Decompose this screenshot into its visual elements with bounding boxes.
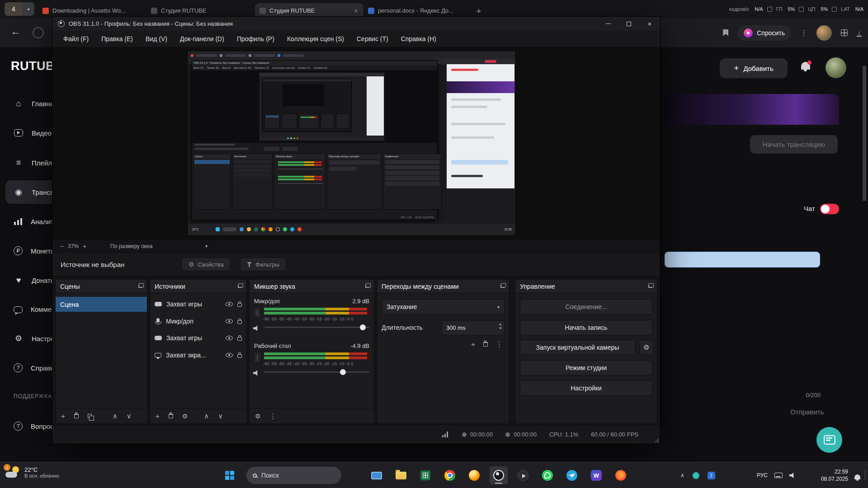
tab-rutube-studio-2[interactable]: Студия RUTUBE × (255, 3, 363, 18)
keyboard-icon[interactable] (774, 473, 783, 478)
page-scrollbar[interactable] (863, 66, 866, 201)
minimize-button[interactable] (598, 17, 618, 31)
slider-knob[interactable] (340, 369, 346, 375)
advanced-audio-icon[interactable]: ⚙ (255, 413, 261, 419)
visibility-icon[interactable] (226, 302, 233, 306)
menu-help[interactable]: Справка (H) (395, 35, 443, 42)
opera-button[interactable] (612, 466, 630, 484)
source-row-mic[interactable]: Микр/доп (150, 313, 246, 329)
menu-profile[interactable]: Профиль (P) (231, 35, 281, 42)
remove-source-icon[interactable] (169, 414, 173, 418)
popout-icon[interactable] (365, 285, 369, 288)
mute-button[interactable] (253, 370, 260, 378)
chat-message-input[interactable] (665, 252, 820, 267)
move-down-icon[interactable]: ∨ (218, 413, 223, 419)
start-stream-button[interactable]: Начать трансляцию (750, 135, 838, 154)
menu-edit[interactable]: Правка (E) (95, 35, 139, 42)
browser-avatar[interactable] (816, 25, 832, 41)
volume-icon[interactable] (789, 473, 796, 479)
menu-scene-collection[interactable]: Коллекция сцен (S) (281, 35, 350, 42)
firefox-button[interactable] (465, 466, 483, 484)
tab-docs[interactable]: personal.docx - Яндекс До... (363, 3, 472, 18)
start-button[interactable] (225, 471, 234, 480)
mute-button[interactable] (253, 325, 260, 333)
zoom-in-button[interactable]: + (79, 243, 90, 250)
move-down-icon[interactable]: ∨ (127, 413, 132, 419)
chevron-down-icon[interactable]: ▾ (205, 244, 208, 249)
notifications-button[interactable] (801, 62, 810, 71)
maximize-button[interactable] (618, 17, 639, 31)
chevron-down-icon[interactable]: ▾ (23, 7, 34, 12)
new-tab-button[interactable]: + (472, 5, 486, 18)
add-source-icon[interactable]: + (156, 413, 160, 419)
source-row-game1[interactable]: Захват игры (150, 296, 246, 312)
channel-menu-icon[interactable]: ⋮ (253, 307, 261, 319)
properties-button[interactable]: ⚙ Свойства (182, 258, 231, 271)
back-icon[interactable]: ← (11, 26, 20, 37)
start-recording-button[interactable]: Начать запись (520, 320, 652, 335)
file-explorer-button[interactable] (392, 466, 410, 484)
tab-group-count[interactable]: 4 (5, 2, 23, 16)
support-chat-fab[interactable] (816, 427, 842, 453)
lock-icon[interactable] (237, 320, 242, 324)
menu-file[interactable]: Файл (F) (57, 35, 95, 42)
slider-knob[interactable] (360, 324, 366, 330)
popout-icon[interactable] (648, 285, 652, 288)
scene-list-item[interactable]: Сцена (56, 297, 147, 312)
language-indicator[interactable]: РУС (757, 472, 768, 479)
teal-app-tray-icon[interactable] (693, 472, 699, 479)
mixer-menu-icon[interactable]: ⋮ (270, 413, 277, 419)
remove-scene-icon[interactable] (74, 414, 79, 418)
notification-center-button[interactable] (854, 473, 860, 481)
visibility-icon[interactable] (226, 319, 233, 324)
popout-icon[interactable] (500, 285, 505, 288)
transition-select[interactable]: Затухание ▾ (382, 299, 505, 314)
excel-button[interactable] (416, 466, 434, 484)
dark-app-button[interactable] (514, 466, 532, 484)
virtual-camera-button[interactable]: Запуск виртуальной камеры (520, 340, 635, 355)
obs-title-bar[interactable]: OBS 31.1.0 - Профиль: Без названия - Сце… (52, 17, 660, 31)
spinner-arrows[interactable]: ▴▾ (499, 322, 501, 330)
telegram-button[interactable] (563, 466, 581, 484)
zoom-out-button[interactable]: − (56, 243, 68, 250)
channel-menu-icon[interactable]: ⋮ (253, 352, 261, 363)
whatsapp-button[interactable] (538, 466, 557, 484)
popout-icon[interactable] (238, 285, 242, 288)
move-up-icon[interactable]: ∧ (204, 413, 209, 419)
remove-transition-icon[interactable] (483, 342, 488, 347)
source-properties-icon[interactable]: ⚙ (182, 413, 188, 419)
more-menu-icon[interactable]: ⋮ (800, 28, 807, 37)
chat-toggle[interactable] (820, 204, 839, 214)
menu-tools[interactable]: Сервис (T) (350, 35, 395, 42)
lock-icon[interactable] (237, 303, 242, 307)
resize-grip[interactable] (654, 438, 659, 442)
popout-icon[interactable] (138, 285, 142, 288)
settings-button[interactable]: Настройки (520, 380, 652, 396)
volume-slider[interactable] (264, 369, 369, 375)
add-button[interactable]: + Добавить (720, 58, 788, 78)
move-up-icon[interactable]: ∧ (113, 413, 118, 419)
desktop-app-button[interactable] (368, 466, 386, 484)
add-transition-icon[interactable]: + (471, 341, 475, 347)
chrome-button[interactable] (441, 466, 459, 484)
zoom-fit-label[interactable]: По размеру окна (110, 243, 152, 249)
visibility-icon[interactable] (226, 353, 233, 357)
tab-assetto[interactable]: Downloading | Assetto Wo... (38, 3, 146, 18)
obs-app-button[interactable] (490, 466, 508, 484)
clock[interactable]: 22:59 08.07.2025 (807, 469, 848, 483)
lock-icon[interactable] (237, 354, 242, 358)
duplicate-scene-icon[interactable] (88, 414, 92, 418)
studio-mode-button[interactable]: Режим студии (520, 360, 652, 375)
weather-widget[interactable]: 2 22°C В осн. облачно (5, 466, 59, 479)
w-app-button[interactable] (587, 466, 605, 484)
filters-button[interactable]: Фильтры (240, 258, 286, 271)
reload-icon[interactable] (33, 27, 44, 38)
close-button[interactable]: × (639, 17, 660, 31)
menu-view[interactable]: Вид (V) (139, 35, 174, 42)
chevron-up-icon[interactable]: ∧ (680, 472, 684, 479)
connection-button[interactable]: Соединение... (520, 299, 652, 314)
taskbar-search[interactable]: Поиск (246, 467, 341, 484)
channel-avatar[interactable] (826, 57, 846, 78)
tab-group-button[interactable]: 4 ▾ (5, 2, 34, 16)
downloads-icon[interactable]: ↓ (857, 29, 862, 37)
